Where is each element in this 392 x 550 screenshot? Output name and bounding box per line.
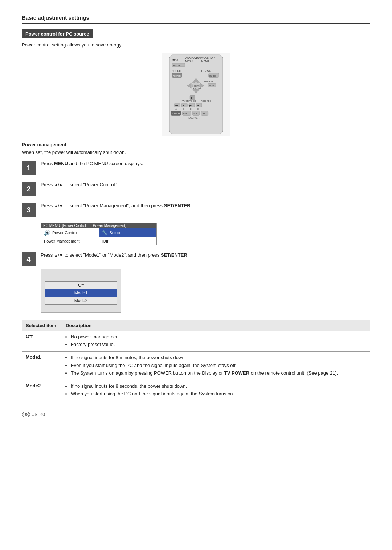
step4-mode-area: Off Mode1 Mode2 <box>41 269 121 313</box>
mode-1: Mode1 <box>45 289 117 297</box>
intro-text: Power control setting allows you to save… <box>22 42 370 48</box>
table-desc-mode2: If no signal inputs for 8 seconds, the p… <box>62 380 370 401</box>
step-2-number: 2 <box>22 182 36 196</box>
description-table: Selected item Description Off No power m… <box>22 320 370 401</box>
menu-cell-power-control: 🔊 Power Control <box>41 228 99 237</box>
page-title: Basic adjustment settings <box>22 15 370 24</box>
svg-text:▶: ▶ <box>189 104 192 107</box>
svg-text:MENU: MENU <box>201 60 209 62</box>
power-control-label: Power Control <box>52 231 78 235</box>
step-1: 1 Press MENU and the PC MENU screen disp… <box>22 160 370 175</box>
step-4-number: 4 <box>22 252 36 266</box>
svg-text:MENU: MENU <box>185 60 192 62</box>
svg-text:⏸: ⏸ <box>191 96 193 99</box>
mode1-desc-2: Even if you start using the PC and the s… <box>71 362 366 369</box>
svg-text:VCR REC: VCR REC <box>201 100 211 102</box>
mode-off: Off <box>45 282 117 289</box>
svg-text:GUIDE: GUIDE <box>209 75 216 77</box>
step-1-text: Press MENU and the PC MENU screen displa… <box>41 160 370 167</box>
svg-text:VOL-: VOL- <box>193 113 198 115</box>
svg-text:D: D <box>197 108 199 110</box>
svg-text:FAVORITE CH: FAVORITE CH <box>181 100 196 102</box>
remote-illustration: MENU TV/SAT/DVD DTV/DVS TOP MENU MENU RE… <box>22 53 370 136</box>
svg-text:POWER: POWER <box>173 75 181 77</box>
svg-text:ENTER: ENTER <box>193 87 201 90</box>
wrench-icon: 🔧 <box>102 230 107 235</box>
mode-2: Mode2 <box>45 297 117 304</box>
svg-text:— RECEIVER —: — RECEIVER — <box>183 117 203 119</box>
svg-text:INFO: INFO <box>209 85 214 87</box>
svg-text:C: C <box>190 108 192 110</box>
mode-select-box: Off Mode1 Mode2 <box>45 281 117 305</box>
svg-text:DTV/SAT: DTV/SAT <box>201 70 212 72</box>
svg-text:MENU: MENU <box>172 59 179 61</box>
table-row-mode2: Mode2 If no signal inputs for 8 seconds,… <box>22 380 370 401</box>
menu-cell-setup: 🔧 Setup <box>99 228 157 237</box>
step-4: 4 Press ▲/▼ to select "Mode1" or "Mode2"… <box>22 252 370 313</box>
table-row-off: Off No power management Factory preset v… <box>22 331 370 352</box>
step-1-number: 1 <box>22 161 36 175</box>
menu-box-step3: PC MENU [Power Control ---- Power Manage… <box>41 223 157 245</box>
power-management-title: Power management <box>22 142 370 147</box>
svg-text:RETURN: RETURN <box>173 64 182 66</box>
mode1-desc-3: The System turns on again by pressing PO… <box>71 370 366 376</box>
menu-row-2: Power Management [Off] <box>41 237 156 245</box>
svg-text:VOL+: VOL+ <box>202 113 208 115</box>
svg-text:TV/SAT/DVD: TV/SAT/DVD <box>183 57 198 59</box>
section-header: Power control for PC source <box>22 29 93 38</box>
table-item-mode1: Mode1 <box>22 352 62 380</box>
off-desc-1: No power management <box>71 334 366 340</box>
svg-text:⏭: ⏭ <box>197 104 200 107</box>
svg-text:SET/: SET/ <box>194 85 199 87</box>
table-header-selected: Selected item <box>22 320 62 331</box>
svg-text:⏹: ⏹ <box>182 104 185 107</box>
mode1-desc-1: If no signal inputs for 8 minutes, the p… <box>71 354 366 361</box>
circle-us-icon: US <box>22 412 30 417</box>
table-header-description: Description <box>62 320 370 331</box>
step-2: 2 Press ◄/► to select "Power Control". <box>22 181 370 196</box>
menu-cell-off-value: [Off] <box>99 237 157 245</box>
svg-text:INPUT: INPUT <box>183 113 189 115</box>
menu-cell-power-management: Power Management <box>41 237 99 245</box>
svg-text:⏮: ⏮ <box>175 104 178 107</box>
mode2-desc-2: When you start using the PC and the sign… <box>71 391 366 397</box>
svg-text:A: A <box>176 108 177 110</box>
page-number: US -40 <box>32 412 45 417</box>
step-3: 3 Press ▲/▼ to select "Power Management"… <box>22 202 370 245</box>
table-desc-off: No power management Factory preset value… <box>62 331 370 352</box>
table-desc-mode1: If no signal inputs for 8 minutes, the p… <box>62 352 370 380</box>
svg-text:POWER: POWER <box>172 113 180 115</box>
svg-text:DTV/DVS TOP: DTV/DVS TOP <box>198 57 215 59</box>
svg-text:B: B <box>183 108 184 110</box>
off-desc-2: Factory preset value. <box>71 341 366 348</box>
mode2-desc-1: If no signal inputs for 8 seconds, the p… <box>71 383 366 390</box>
step-2-text: Press ◄/► to select "Power Control". <box>41 181 370 188</box>
svg-text:DTV/SAT: DTV/SAT <box>204 81 213 83</box>
setup-label: Setup <box>110 231 120 235</box>
menu-row-1: 🔊 Power Control 🔧 Setup <box>41 228 156 237</box>
footer-page-number: US US -40 <box>22 412 370 417</box>
table-item-off: Off <box>22 331 62 352</box>
step-3-number: 3 <box>22 203 36 217</box>
table-row-mode1: Mode1 If no signal inputs for 8 minutes,… <box>22 352 370 380</box>
menu-box-header: PC MENU [Power Control ---- Power Manage… <box>41 223 156 228</box>
power-management-intro: When set, the power will automatically s… <box>22 150 370 155</box>
step-4-text: Press ▲/▼ to select "Mode1" or "Mode2", … <box>41 252 189 259</box>
step-3-text: Press ▲/▼ to select "Power Management", … <box>41 202 192 209</box>
speaker-icon: 🔊 <box>44 230 50 236</box>
table-item-mode2: Mode2 <box>22 380 62 401</box>
svg-text:SOURCE: SOURCE <box>172 70 183 72</box>
